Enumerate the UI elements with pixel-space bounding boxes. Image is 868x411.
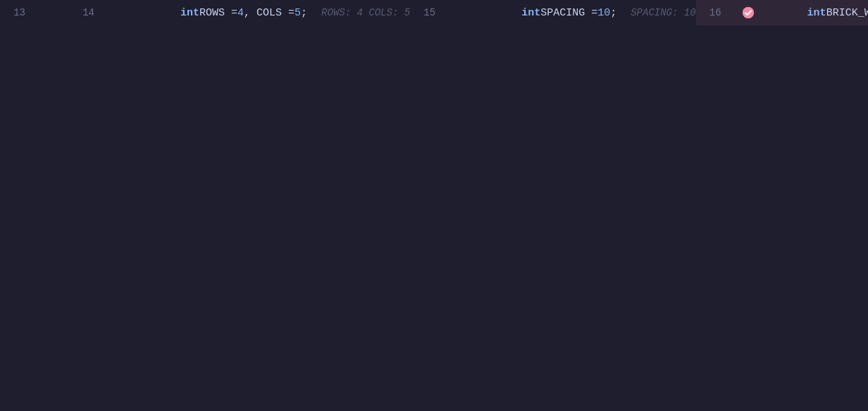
token-num: 10: [597, 7, 610, 19]
token-num: 5: [294, 7, 301, 19]
line-content: int ROWS = 4, COLS = 5;ROWS: 4 COLS: 5: [138, 0, 410, 25]
token-ident: BRICK_WIDTH = (field_.width() - SPACING)…: [826, 7, 868, 19]
line-content: int SPACING = 10;SPACING: 10: [479, 0, 695, 25]
token-ident: SPACING =: [540, 7, 597, 19]
code-area: 1314int ROWS = 4, COLS = 5;ROWS: 4 COLS:…: [0, 0, 868, 411]
code-editor: 1314int ROWS = 4, COLS = 5;ROWS: 4 COLS:…: [0, 0, 868, 411]
code-line: 15int SPACING = 10;SPACING: 10: [410, 0, 695, 25]
line-number: 14: [69, 7, 104, 18]
token-ident: ROWS =: [199, 7, 237, 19]
code-line: 14int ROWS = 4, COLS = 5;ROWS: 4 COLS: 5: [69, 0, 410, 25]
token-kw: int: [521, 7, 540, 19]
inline-hint: SPACING: 10: [631, 7, 695, 18]
token-ident: ;: [610, 7, 616, 19]
line-number: 13: [0, 7, 35, 18]
token-ident: ;: [301, 7, 307, 19]
gutter-icon: [731, 7, 765, 18]
svg-point-0: [743, 7, 754, 18]
code-line: 16int BRICK_WIDTH = (field_.width() - SP…: [696, 0, 868, 25]
inline-hint: ROWS: 4 COLS: 5: [321, 7, 410, 18]
breakpoint-icon[interactable]: [743, 7, 754, 18]
token-num: 4: [237, 7, 244, 19]
token-kw: int: [180, 7, 199, 19]
line-content: int BRICK_WIDTH = (field_.width() - SPAC…: [765, 0, 868, 25]
code-line: 13: [0, 0, 69, 25]
token-kw: int: [807, 7, 826, 19]
token-ident: , COLS =: [244, 7, 294, 19]
line-number: 15: [410, 7, 445, 18]
line-number: 16: [696, 7, 731, 18]
